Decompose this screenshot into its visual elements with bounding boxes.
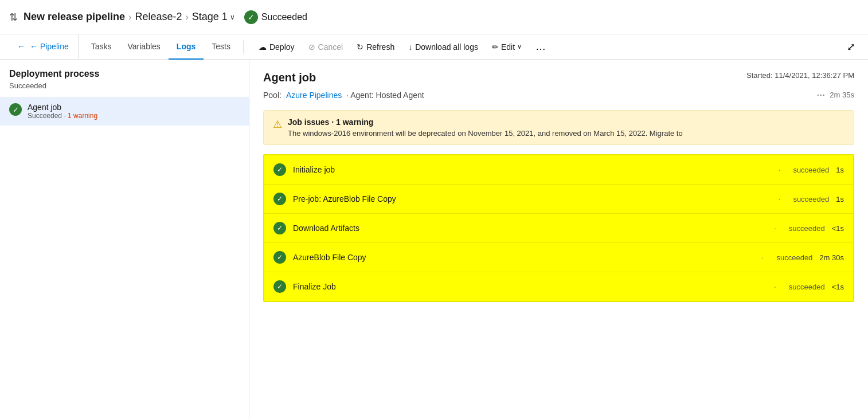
- agent-job-success-icon: ✓: [9, 103, 22, 116]
- cancel-icon: ⊘: [308, 42, 315, 52]
- more-button[interactable]: …: [530, 37, 552, 56]
- agent-job-status: Succeeded: [28, 112, 62, 120]
- step-name-1: Pre-job: AzureBlob File Copy: [293, 194, 769, 203]
- step-dot-2: ·: [774, 224, 776, 233]
- breadcrumb: New release pipeline › Release-2 › Stage…: [24, 11, 235, 23]
- sidebar: Deployment process Succeeded ✓ Agent job…: [0, 60, 249, 419]
- step-row-download-artifacts[interactable]: ✓ Download Artifacts · succeeded <1s: [264, 214, 853, 243]
- edit-icon: ✏: [492, 42, 499, 52]
- nav-pipeline-back[interactable]: ← ← Pipeline: [9, 34, 79, 60]
- pool-link[interactable]: Azure Pipelines: [286, 91, 342, 100]
- nav-actions: ☁ Deploy ⊘ Cancel ↻ Refresh ↓ Download a…: [253, 37, 552, 56]
- refresh-button[interactable]: ↻ Refresh: [351, 39, 400, 55]
- nav-variables[interactable]: Variables: [120, 34, 169, 60]
- pool-label: Pool:: [263, 91, 281, 100]
- step-success-icon-3: ✓: [273, 251, 286, 264]
- cancel-button[interactable]: ⊘ Cancel: [303, 39, 349, 55]
- step-dot-0: ·: [778, 165, 780, 174]
- warning-triangle-icon: ⚠: [273, 118, 282, 131]
- main-content: Deployment process Succeeded ✓ Agent job…: [0, 60, 868, 419]
- download-logs-button[interactable]: ↓ Download all logs: [402, 39, 484, 55]
- download-icon: ↓: [408, 42, 412, 52]
- refresh-label: Refresh: [366, 42, 394, 52]
- agent-job-sidebar-item[interactable]: ✓ Agent job Succeeded · 1 warning: [0, 97, 249, 126]
- step-success-icon-1: ✓: [273, 193, 286, 205]
- sep-1: ›: [128, 12, 131, 22]
- edit-button[interactable]: ✏ Edit ∨: [486, 39, 527, 55]
- edit-label: Edit: [501, 42, 515, 52]
- agent-label: · Agent: Hosted Agent: [346, 91, 424, 100]
- nav-tasks[interactable]: Tasks: [83, 34, 120, 60]
- step-status-1: succeeded: [793, 195, 829, 203]
- succeeded-check-icon: ✓: [244, 10, 258, 24]
- step-row-prejob[interactable]: ✓ Pre-job: AzureBlob File Copy · succeed…: [264, 185, 853, 214]
- step-row-initialize[interactable]: ✓ Initialize job · succeeded 1s: [264, 155, 853, 185]
- stage-name[interactable]: Stage 1 ∨: [192, 11, 235, 23]
- nav-tests[interactable]: Tests: [204, 34, 238, 60]
- step-duration-3: 2m 30s: [819, 253, 844, 262]
- pipeline-icon: ⇅: [9, 11, 18, 24]
- header: ⇅ New release pipeline › Release-2 › Sta…: [0, 0, 868, 34]
- step-success-icon-2: ✓: [273, 222, 286, 234]
- nav-logs[interactable]: Logs: [169, 34, 204, 60]
- agent-duration: 2m 35s: [830, 91, 854, 99]
- back-label: ← Pipeline: [30, 42, 69, 51]
- step-duration-1: 1s: [836, 195, 844, 203]
- nav-divider: [243, 40, 244, 54]
- agent-more-button[interactable]: ···: [816, 89, 825, 101]
- sep-2: ›: [185, 12, 188, 22]
- content-area: Agent job Started: 11/4/2021, 12:36:27 P…: [249, 60, 868, 419]
- deploy-button[interactable]: ☁ Deploy: [253, 39, 300, 55]
- agent-job-header: Agent job Started: 11/4/2021, 12:36:27 P…: [263, 71, 854, 84]
- agent-started-info: Started: 11/4/2021, 12:36:27 PM: [746, 71, 854, 80]
- step-duration-0: 1s: [836, 166, 844, 174]
- step-dot-4: ·: [774, 282, 776, 291]
- agent-meta-bar: Pool: Azure Pipelines · Agent: Hosted Ag…: [263, 89, 854, 101]
- step-status-0: succeeded: [793, 166, 829, 174]
- cancel-label: Cancel: [318, 42, 343, 52]
- status-label: Succeeded: [261, 12, 307, 22]
- navbar: ← ← Pipeline Tasks Variables Logs Tests …: [0, 34, 868, 60]
- stage-label: Stage 1: [192, 11, 228, 23]
- step-duration-2: <1s: [832, 224, 844, 233]
- step-row-azureblob[interactable]: ✓ AzureBlob File Copy · succeeded 2m 30s: [264, 243, 853, 272]
- steps-container: ✓ Initialize job · succeeded 1s ✓ Pre-jo…: [263, 154, 854, 302]
- deployment-process-title: Deployment process: [0, 69, 249, 81]
- agent-job-name: Agent job: [28, 103, 240, 112]
- step-duration-4: <1s: [832, 283, 844, 291]
- warning-box: ⚠ Job issues · 1 warning The windows-201…: [263, 110, 854, 145]
- step-row-finalize[interactable]: ✓ Finalize Job · succeeded <1s: [264, 272, 853, 301]
- warning-content: Job issues · 1 warning The windows-2016 …: [288, 118, 683, 138]
- status-badge: ✓ Succeeded: [244, 10, 307, 24]
- step-success-icon-4: ✓: [273, 280, 286, 293]
- agent-job-info: Agent job Succeeded · 1 warning: [28, 103, 240, 120]
- expand-button[interactable]: ⤢: [843, 37, 859, 57]
- agent-job-warning: 1 warning: [68, 112, 97, 120]
- edit-chevron-icon: ∨: [517, 43, 522, 50]
- step-dot-3: ·: [762, 253, 764, 262]
- release-name[interactable]: Release-2: [135, 11, 182, 23]
- pipeline-name[interactable]: New release pipeline: [24, 11, 125, 23]
- step-name-4: Finalize Job: [293, 282, 765, 291]
- agent-meta-right: ··· 2m 35s: [816, 89, 854, 101]
- warning-description: The windows-2016 environment will be dep…: [288, 129, 683, 138]
- back-arrow-icon: ←: [17, 42, 25, 51]
- warning-title: Job issues · 1 warning: [288, 118, 683, 127]
- step-name-0: Initialize job: [293, 165, 769, 174]
- step-name-2: Download Artifacts: [293, 224, 765, 233]
- deploy-label: Deploy: [269, 42, 295, 52]
- stage-chevron-icon: ∨: [230, 13, 235, 21]
- refresh-icon: ↻: [357, 42, 363, 52]
- step-status-2: succeeded: [789, 224, 825, 233]
- step-dot-1: ·: [778, 194, 780, 203]
- step-status-4: succeeded: [789, 283, 825, 291]
- step-success-icon-0: ✓: [273, 163, 286, 176]
- deploy-icon: ☁: [259, 42, 267, 52]
- agent-job-title: Agent job: [263, 71, 316, 84]
- download-label: Download all logs: [415, 42, 478, 52]
- deployment-process-status: Succeeded: [0, 81, 249, 97]
- step-name-3: AzureBlob File Copy: [293, 253, 753, 262]
- step-status-3: succeeded: [776, 253, 812, 262]
- nav-left: ← ← Pipeline Tasks Variables Logs Tests: [9, 34, 238, 60]
- agent-job-meta: Succeeded · 1 warning: [28, 112, 240, 120]
